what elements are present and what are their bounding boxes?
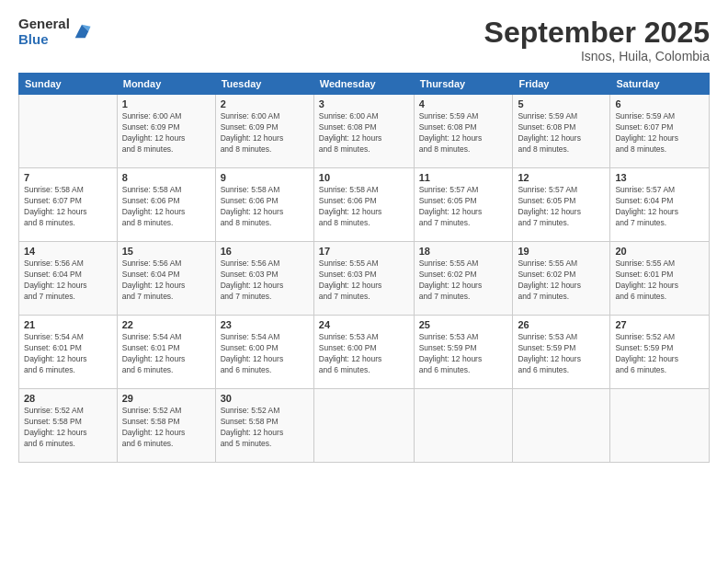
day-cell: 21Sunrise: 5:54 AMSunset: 6:01 PMDayligh… xyxy=(19,316,118,389)
week-row-4: 21Sunrise: 5:54 AMSunset: 6:01 PMDayligh… xyxy=(19,316,710,389)
day-cell: 13Sunrise: 5:57 AMSunset: 6:04 PMDayligh… xyxy=(610,168,710,242)
day-number: 27 xyxy=(615,319,704,330)
day-detail: Sunrise: 5:55 AMSunset: 6:02 PMDaylight:… xyxy=(419,259,508,303)
day-cell: 28Sunrise: 5:52 AMSunset: 5:58 PMDayligh… xyxy=(19,389,118,463)
day-detail: Sunrise: 5:57 AMSunset: 6:04 PMDaylight:… xyxy=(615,185,704,229)
day-number: 14 xyxy=(24,246,112,257)
day-cell: 2Sunrise: 6:00 AMSunset: 6:09 PMDaylight… xyxy=(215,95,313,168)
day-cell: 12Sunrise: 5:57 AMSunset: 6:05 PMDayligh… xyxy=(513,168,610,242)
day-number: 12 xyxy=(518,172,605,183)
day-detail: Sunrise: 5:53 AMSunset: 5:59 PMDaylight:… xyxy=(419,332,508,376)
day-number: 22 xyxy=(122,319,210,330)
logo-icon xyxy=(72,21,92,41)
day-cell: 27Sunrise: 5:52 AMSunset: 5:59 PMDayligh… xyxy=(610,316,710,389)
day-detail: Sunrise: 5:57 AMSunset: 6:05 PMDaylight:… xyxy=(518,185,605,229)
day-cell: 1Sunrise: 6:00 AMSunset: 6:09 PMDaylight… xyxy=(117,95,215,168)
day-detail: Sunrise: 6:00 AMSunset: 6:09 PMDaylight:… xyxy=(122,111,210,155)
logo-general: General xyxy=(18,17,70,32)
day-cell: 18Sunrise: 5:55 AMSunset: 6:02 PMDayligh… xyxy=(414,242,513,316)
day-number: 13 xyxy=(615,172,704,183)
day-detail: Sunrise: 5:53 AMSunset: 6:00 PMDaylight:… xyxy=(319,332,409,376)
day-detail: Sunrise: 5:58 AMSunset: 6:06 PMDaylight:… xyxy=(319,185,409,229)
day-number: 17 xyxy=(319,246,409,257)
day-number: 19 xyxy=(518,246,605,257)
day-detail: Sunrise: 5:52 AMSunset: 5:59 PMDaylight:… xyxy=(615,332,704,376)
day-detail: Sunrise: 5:55 AMSunset: 6:01 PMDaylight:… xyxy=(615,259,704,303)
day-number: 8 xyxy=(122,172,210,183)
week-row-5: 28Sunrise: 5:52 AMSunset: 5:58 PMDayligh… xyxy=(19,389,710,463)
logo: General Blue xyxy=(18,17,92,47)
day-cell: 8Sunrise: 5:58 AMSunset: 6:06 PMDaylight… xyxy=(117,168,215,242)
day-cell xyxy=(313,389,414,463)
day-cell: 24Sunrise: 5:53 AMSunset: 6:00 PMDayligh… xyxy=(313,316,414,389)
day-number: 9 xyxy=(221,172,309,183)
day-cell xyxy=(19,95,118,168)
day-cell xyxy=(513,389,610,463)
day-detail: Sunrise: 5:52 AMSunset: 5:58 PMDaylight:… xyxy=(24,406,112,450)
day-detail: Sunrise: 6:00 AMSunset: 6:08 PMDaylight:… xyxy=(319,111,409,155)
day-detail: Sunrise: 5:55 AMSunset: 6:03 PMDaylight:… xyxy=(319,259,409,303)
col-header-sunday: Sunday xyxy=(19,74,118,95)
day-number: 5 xyxy=(518,98,605,109)
day-detail: Sunrise: 6:00 AMSunset: 6:09 PMDaylight:… xyxy=(221,111,309,155)
day-detail: Sunrise: 5:52 AMSunset: 5:58 PMDaylight:… xyxy=(122,406,210,450)
col-header-wednesday: Wednesday xyxy=(313,74,414,95)
day-number: 18 xyxy=(419,246,508,257)
calendar-table: SundayMondayTuesdayWednesdayThursdayFrid… xyxy=(18,73,710,463)
col-header-tuesday: Tuesday xyxy=(215,74,313,95)
day-number: 23 xyxy=(221,319,309,330)
day-cell: 11Sunrise: 5:57 AMSunset: 6:05 PMDayligh… xyxy=(414,168,513,242)
day-detail: Sunrise: 5:54 AMSunset: 6:01 PMDaylight:… xyxy=(24,332,112,376)
day-cell: 25Sunrise: 5:53 AMSunset: 5:59 PMDayligh… xyxy=(414,316,513,389)
col-header-saturday: Saturday xyxy=(610,74,710,95)
day-detail: Sunrise: 5:56 AMSunset: 6:04 PMDaylight:… xyxy=(24,259,112,303)
day-number: 15 xyxy=(122,246,210,257)
day-cell: 9Sunrise: 5:58 AMSunset: 6:06 PMDaylight… xyxy=(215,168,313,242)
day-cell: 10Sunrise: 5:58 AMSunset: 6:06 PMDayligh… xyxy=(313,168,414,242)
day-detail: Sunrise: 5:55 AMSunset: 6:02 PMDaylight:… xyxy=(518,259,605,303)
day-detail: Sunrise: 5:54 AMSunset: 6:00 PMDaylight:… xyxy=(221,332,309,376)
day-cell: 14Sunrise: 5:56 AMSunset: 6:04 PMDayligh… xyxy=(19,242,118,316)
header: General Blue September 2025 Isnos, Huila… xyxy=(18,17,710,63)
day-detail: Sunrise: 5:54 AMSunset: 6:01 PMDaylight:… xyxy=(122,332,210,376)
day-detail: Sunrise: 5:59 AMSunset: 6:08 PMDaylight:… xyxy=(518,111,605,155)
day-detail: Sunrise: 5:58 AMSunset: 6:07 PMDaylight:… xyxy=(24,185,112,229)
day-cell xyxy=(610,389,710,463)
day-number: 11 xyxy=(419,172,508,183)
day-cell: 7Sunrise: 5:58 AMSunset: 6:07 PMDaylight… xyxy=(19,168,118,242)
day-cell: 19Sunrise: 5:55 AMSunset: 6:02 PMDayligh… xyxy=(513,242,610,316)
week-row-3: 14Sunrise: 5:56 AMSunset: 6:04 PMDayligh… xyxy=(19,242,710,316)
day-cell: 3Sunrise: 6:00 AMSunset: 6:08 PMDaylight… xyxy=(313,95,414,168)
week-row-2: 7Sunrise: 5:58 AMSunset: 6:07 PMDaylight… xyxy=(19,168,710,242)
day-detail: Sunrise: 5:58 AMSunset: 6:06 PMDaylight:… xyxy=(221,185,309,229)
day-number: 1 xyxy=(122,98,210,109)
day-number: 2 xyxy=(221,98,309,109)
day-number: 10 xyxy=(319,172,409,183)
day-cell: 5Sunrise: 5:59 AMSunset: 6:08 PMDaylight… xyxy=(513,95,610,168)
day-cell: 22Sunrise: 5:54 AMSunset: 6:01 PMDayligh… xyxy=(117,316,215,389)
location: Isnos, Huila, Colombia xyxy=(484,49,710,63)
day-number: 25 xyxy=(419,319,508,330)
day-cell: 26Sunrise: 5:53 AMSunset: 5:59 PMDayligh… xyxy=(513,316,610,389)
logo-blue: Blue xyxy=(18,32,70,48)
col-header-friday: Friday xyxy=(513,74,610,95)
page: General Blue September 2025 Isnos, Huila… xyxy=(0,0,728,563)
week-row-1: 1Sunrise: 6:00 AMSunset: 6:09 PMDaylight… xyxy=(19,95,710,168)
day-cell: 20Sunrise: 5:55 AMSunset: 6:01 PMDayligh… xyxy=(610,242,710,316)
day-cell: 6Sunrise: 5:59 AMSunset: 6:07 PMDaylight… xyxy=(610,95,710,168)
day-cell: 16Sunrise: 5:56 AMSunset: 6:03 PMDayligh… xyxy=(215,242,313,316)
title-block: September 2025 Isnos, Huila, Colombia xyxy=(484,17,710,63)
day-detail: Sunrise: 5:58 AMSunset: 6:06 PMDaylight:… xyxy=(122,185,210,229)
day-detail: Sunrise: 5:56 AMSunset: 6:03 PMDaylight:… xyxy=(221,259,309,303)
day-cell: 15Sunrise: 5:56 AMSunset: 6:04 PMDayligh… xyxy=(117,242,215,316)
day-number: 3 xyxy=(319,98,409,109)
day-number: 30 xyxy=(221,393,309,404)
day-number: 28 xyxy=(24,393,112,404)
day-cell: 30Sunrise: 5:52 AMSunset: 5:58 PMDayligh… xyxy=(215,389,313,463)
day-number: 6 xyxy=(615,98,704,109)
day-detail: Sunrise: 5:59 AMSunset: 6:08 PMDaylight:… xyxy=(419,111,508,155)
day-cell xyxy=(414,389,513,463)
header-row: SundayMondayTuesdayWednesdayThursdayFrid… xyxy=(19,74,710,95)
day-detail: Sunrise: 5:52 AMSunset: 5:58 PMDaylight:… xyxy=(221,406,309,450)
day-number: 24 xyxy=(319,319,409,330)
